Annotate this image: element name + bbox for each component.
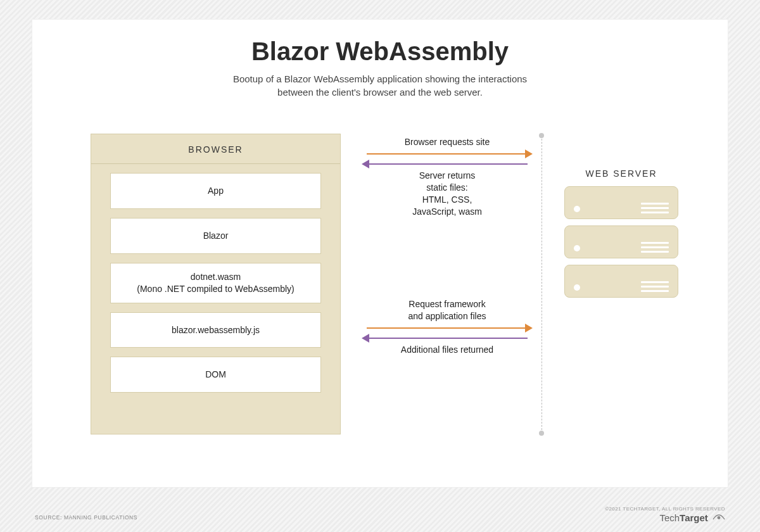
techtarget-logo: TechTarget <box>605 512 725 523</box>
diagram-body: BROWSER App Blazor dotnet.wasm (Mono .NE… <box>32 134 728 463</box>
arrow-request-framework <box>355 324 539 332</box>
logo-part-1: Tech <box>659 512 680 523</box>
layer-blazor: Blazor <box>110 218 321 254</box>
label-return-additional: Additional files returned <box>355 344 539 356</box>
layer-dotnet-wasm: dotnet.wasm (Mono .NET compiled to WebAs… <box>110 263 321 303</box>
diagram-title: Blazor WebAssembly <box>32 37 728 66</box>
label-request-site: Browser requests site <box>355 136 539 148</box>
layer-dom: DOM <box>110 357 321 393</box>
svg-point-0 <box>718 516 721 519</box>
browser-header: BROWSER <box>91 134 340 164</box>
arrow-request-site <box>355 149 539 158</box>
server-rack-icon <box>564 265 678 298</box>
server-lifeline <box>542 136 542 433</box>
interaction-column: Browser requests site Server returns sta… <box>355 134 539 434</box>
subtitle-line-1: Bootup of a Blazor WebAssembly applicati… <box>233 73 527 84</box>
web-server-label: WEB SERVER <box>564 168 678 179</box>
source-attribution: SOURCE: MANNING PUBLICATIONS <box>35 514 137 521</box>
copyright-text: ©2021 TECHTARGET, ALL RIGHTS RESERVED <box>605 506 725 512</box>
arrow-return-static <box>355 160 539 168</box>
server-rack-icon <box>564 186 678 219</box>
lifeline-dot-bottom <box>539 431 544 436</box>
label-request-framework: Request framework and application files <box>355 298 539 322</box>
diagram-subtitle: Bootup of a Blazor WebAssembly applicati… <box>32 72 728 99</box>
layer-app: App <box>110 173 321 209</box>
layer-dotnet-line-1: dotnet.wasm <box>191 272 241 282</box>
arrow-return-additional <box>355 334 539 343</box>
server-rack-icon <box>564 225 678 258</box>
layer-blazor-js: blazor.webassembly.js <box>110 312 321 348</box>
browser-panel: BROWSER App Blazor dotnet.wasm (Mono .NE… <box>91 134 341 434</box>
layer-dotnet-line-2: (Mono .NET compiled to WebAssembly) <box>137 284 294 294</box>
eye-icon <box>712 512 725 522</box>
footer-right: ©2021 TECHTARGET, ALL RIGHTS RESERVED Te… <box>605 506 725 523</box>
subtitle-line-2: between the client's browser and the web… <box>277 87 483 98</box>
label-return-static: Server returns static files: HTML, CSS, … <box>355 170 539 218</box>
diagram-card: Blazor WebAssembly Bootup of a Blazor We… <box>32 19 728 488</box>
logo-part-2: Target <box>680 512 708 523</box>
lifeline-dot-top <box>539 133 544 138</box>
web-server-panel: WEB SERVER <box>564 168 678 304</box>
